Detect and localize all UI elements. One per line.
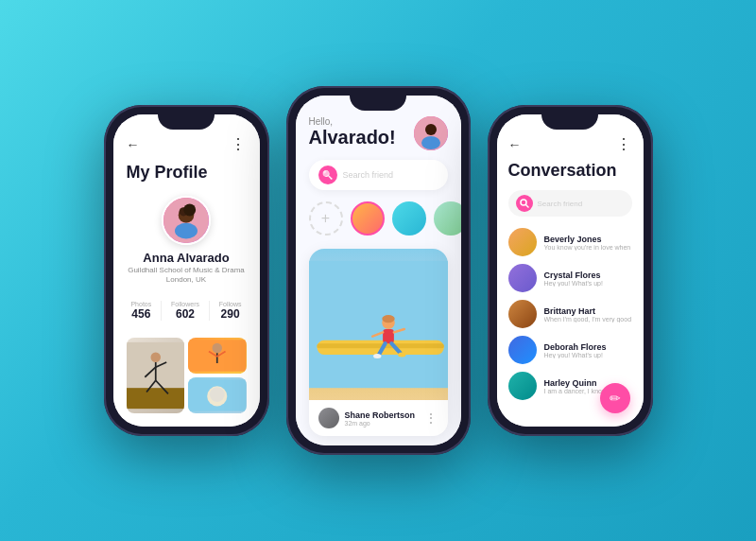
profile-stats: Photos 456 Followers 602 Follows 290 <box>127 293 247 328</box>
header-avatar[interactable] <box>414 116 448 150</box>
profile-avatar-section: Anna Alvarado Guildhall School of Music … <box>127 196 247 284</box>
friends-row: + +8 <box>309 201 448 236</box>
add-friend-button[interactable]: + <box>309 201 343 236</box>
svg-rect-6 <box>127 388 185 409</box>
post-user-info: Shane Robertson 32m ago <box>318 408 416 428</box>
hello-screen: Hello, Alvarado! Search friend <box>296 96 461 445</box>
friend-avatar-1[interactable] <box>351 201 385 236</box>
conv-header: ← ⋮ <box>508 135 632 153</box>
conv-name-1: Beverly Jones <box>544 235 632 244</box>
profile-screen: ← ⋮ My Profile Anna Alvarado <box>113 114 260 427</box>
avatar <box>162 196 211 245</box>
stat-followers: Followers 602 <box>171 301 199 321</box>
list-item[interactable]: Deborah Flores Hey you! What's up! <box>508 336 632 364</box>
svg-line-9 <box>145 367 155 377</box>
stat-photos: Photos 456 <box>130 301 151 321</box>
notch-2 <box>350 96 406 111</box>
followers-label: Followers <box>171 301 199 307</box>
svg-point-4 <box>183 203 196 216</box>
svg-point-2 <box>175 223 198 239</box>
search-icon <box>318 166 337 184</box>
svg-point-35 <box>382 315 394 323</box>
user-name: Anna Alvarado <box>143 251 229 265</box>
conversation-list: Beverly Jones You know you're in love wh… <box>508 228 632 400</box>
conv-search-icon <box>516 195 533 212</box>
conv-text-2: Crystal Flores Hey you! What's up! <box>544 270 632 287</box>
compose-button[interactable]: ✏ <box>600 383 630 413</box>
photo-jump[interactable] <box>127 338 185 413</box>
svg-line-10 <box>155 362 165 367</box>
conv-avatar-2 <box>508 264 537 292</box>
search-input[interactable]: Search friend <box>343 170 394 180</box>
notch-1 <box>158 114 215 130</box>
profile-header: ← ⋮ <box>127 135 247 153</box>
stat-follows: Follows 290 <box>219 301 242 321</box>
friend-avatar-2[interactable] <box>392 201 426 236</box>
post-time: 32m ago <box>345 420 416 427</box>
conv-name-2: Crystal Flores <box>544 270 632 280</box>
conv-avatar-4 <box>508 336 537 364</box>
photos-value: 456 <box>131 307 150 321</box>
svg-rect-28 <box>383 329 394 343</box>
stat-divider-2 <box>209 301 210 321</box>
svg-rect-24 <box>309 261 448 388</box>
followers-value: 602 <box>176 307 195 321</box>
phone-profile: ← ⋮ My Profile Anna Alvarado <box>104 105 269 436</box>
conv-name-4: Deborah Flores <box>544 342 632 352</box>
user-school: Guildhall School of Music & Drama <box>128 265 245 275</box>
follows-label: Follows <box>219 301 242 307</box>
post-menu-button[interactable]: ⋮ <box>424 410 438 426</box>
greeting-name: Alvarado! <box>309 127 396 148</box>
conv-name-3: Brittany Hart <box>544 306 632 316</box>
svg-rect-26 <box>317 343 443 348</box>
conversation-screen: ← ⋮ Conversation Search friend <box>497 114 644 427</box>
conv-search-input[interactable]: Search friend <box>538 200 583 208</box>
list-item[interactable]: Brittany Hart When I'm good, I'm very go… <box>508 300 632 328</box>
menu-button[interactable]: ⋮ <box>231 135 247 153</box>
stat-divider-1 <box>161 301 162 321</box>
svg-point-20 <box>210 387 225 402</box>
svg-line-37 <box>525 205 528 208</box>
svg-point-23 <box>421 136 440 149</box>
conv-preview-4: Hey you! What's up! <box>544 352 632 358</box>
svg-point-14 <box>212 343 222 354</box>
conv-text-3: Brittany Hart When I'm good, I'm very go… <box>544 306 632 323</box>
conv-preview-1: You know you're in love when <box>544 244 632 251</box>
phone-conversation: ← ⋮ Conversation Search friend <box>488 105 653 436</box>
conv-avatar-5 <box>508 372 537 400</box>
conv-back-button[interactable]: ← <box>508 137 522 152</box>
svg-point-32 <box>398 352 405 357</box>
svg-point-31 <box>373 354 381 358</box>
user-location: London, UK <box>166 275 206 284</box>
conv-menu-button[interactable]: ⋮ <box>616 135 632 153</box>
post-footer: Shane Robertson 32m ago ⋮ <box>309 400 448 436</box>
follows-value: 290 <box>221 307 240 321</box>
list-item[interactable]: Crystal Flores Hey you! What's up! <box>508 264 632 292</box>
svg-line-12 <box>155 380 167 393</box>
photo-dance[interactable] <box>188 338 247 374</box>
search-bar[interactable]: Search friend <box>309 160 448 190</box>
back-button[interactable]: ← <box>127 137 140 152</box>
conv-text-4: Deborah Flores Hey you! What's up! <box>544 342 632 358</box>
post-card: Shane Robertson 32m ago ⋮ <box>309 249 448 436</box>
friend-avatar-3[interactable] <box>434 201 461 236</box>
post-username: Shane Robertson <box>345 410 416 420</box>
conv-title: Conversation <box>508 161 632 181</box>
hello-header: Hello, Alvarado! <box>309 116 448 150</box>
svg-rect-5 <box>127 342 185 409</box>
conv-avatar-3 <box>508 300 537 328</box>
conv-avatar-1 <box>508 228 537 256</box>
conv-search-bar[interactable]: Search friend <box>508 190 632 217</box>
post-image <box>309 249 448 400</box>
greeting-block: Hello, Alvarado! <box>309 116 396 148</box>
photos-label: Photos <box>130 301 151 307</box>
photo-sky[interactable] <box>188 377 247 413</box>
page-title: My Profile <box>127 163 247 183</box>
list-item[interactable]: Beverly Jones You know you're in love wh… <box>508 228 632 256</box>
conv-text-1: Beverly Jones You know you're in love wh… <box>544 235 632 251</box>
conv-preview-2: Hey you! What's up! <box>544 280 632 287</box>
greeting-text: Hello, <box>309 116 396 127</box>
notch-3 <box>541 114 598 130</box>
phone-hello: Hello, Alvarado! Search friend <box>286 86 471 455</box>
svg-line-11 <box>146 380 156 392</box>
